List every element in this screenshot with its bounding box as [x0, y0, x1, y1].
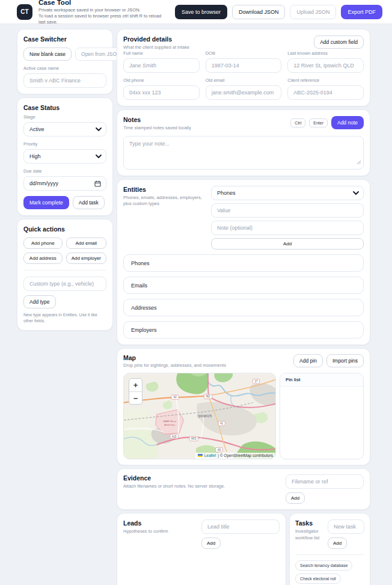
old-phone-label: Old phone	[123, 78, 200, 83]
download-json-button[interactable]: Download JSON	[232, 5, 286, 19]
mark-complete-button[interactable]: Mark complete	[23, 196, 69, 209]
due-date-value: dd/mm/yyyy	[29, 180, 58, 186]
task-add-button[interactable]: Add	[328, 538, 347, 549]
full-name-input[interactable]	[123, 58, 200, 73]
case-status-panel: Case Status Stage Active Priority High D	[17, 97, 113, 216]
quick-actions-panel: Quick actions Add phone Add email Add ad…	[17, 219, 113, 331]
svg-text:A5: A5	[218, 449, 221, 452]
header-actions: Save to browser Download JSON Upload JSO…	[175, 5, 382, 19]
save-to-browser-button[interactable]: Save to browser	[175, 5, 227, 19]
full-name-label: Full name	[123, 51, 200, 56]
app-logo: CT	[17, 4, 32, 20]
entity-group-phones: Phones	[123, 254, 364, 272]
note-textarea[interactable]	[123, 136, 364, 170]
upload-json-button[interactable]: Upload JSON	[290, 5, 336, 19]
evidence-filename-input[interactable]	[286, 474, 364, 489]
last-known-address-input[interactable]	[287, 58, 364, 73]
app-title: Case Tool	[38, 0, 169, 7]
old-email-input[interactable]	[206, 85, 282, 100]
new-blank-case-button[interactable]: New blank case	[23, 47, 72, 61]
tasks-subtitle: Investigator workflow list	[295, 528, 323, 541]
add-phone-button[interactable]: Add phone	[23, 237, 63, 249]
map-area-label-line2: Amberley	[164, 423, 176, 426]
map-tiles: RAAF Base Amberley	[124, 373, 275, 459]
road-shield-a2: A2	[171, 395, 179, 399]
lead-add-button[interactable]: Add	[201, 538, 221, 549]
ctrl-key-badge: Ctrl	[290, 118, 305, 127]
add-employer-button[interactable]: Add employer	[66, 253, 106, 264]
notes-subtitle: Time stamped notes saved locally	[123, 125, 191, 131]
custom-type-input[interactable]	[23, 277, 106, 291]
priority-select[interactable]: High	[23, 149, 106, 164]
zoom-out-button[interactable]: −	[129, 391, 142, 404]
leaflet-map[interactable]: RAAF Base Amberley	[123, 373, 276, 459]
content: Case Switcher New blank case Open from J…	[0, 24, 392, 585]
entity-type-select[interactable]: Phones	[211, 186, 364, 200]
calendar-icon[interactable]	[94, 180, 101, 187]
evidence-add-button[interactable]: Add	[286, 492, 305, 504]
stage-select[interactable]: Active	[23, 122, 106, 136]
app-subtitle-line1: Private workspace saved in your browser …	[38, 7, 169, 13]
entity-group-addresses: Addresses	[123, 299, 364, 316]
leads-panel: Leads Hypotheses to confirm Add	[117, 513, 286, 585]
add-task-button[interactable]: Add task	[73, 196, 105, 209]
road-shield-m2: M2	[204, 394, 212, 399]
add-pin-button[interactable]: Add pin	[293, 354, 323, 367]
road-shield-41: 41	[218, 421, 225, 426]
add-note-button[interactable]: Add note	[331, 116, 364, 129]
old-phone-input[interactable]	[123, 85, 200, 100]
header-titles: Case Tool Private workspace saved in you…	[38, 0, 169, 25]
app-subtitle-line2: To load a session saved to browser press…	[38, 13, 169, 25]
map-zoom-control: + −	[129, 378, 142, 405]
main-column: Provided details What the client supplie…	[117, 29, 370, 585]
map-subtitle: Drop pins for sightings, addresses, and …	[123, 363, 226, 369]
leads-title: Leads	[123, 519, 193, 527]
evidence-panel: Evidence Attach filenames or short notes…	[117, 468, 370, 510]
svg-text:M15: M15	[191, 438, 197, 441]
dob-input[interactable]	[206, 58, 282, 73]
road-shield-a5: A5	[215, 448, 222, 452]
enter-key-badge: Enter	[309, 118, 328, 127]
notes-panel: Notes Time stamped notes saved locally C…	[117, 109, 370, 176]
add-address-button[interactable]: Add address	[23, 253, 63, 264]
road-shield-17: 17	[253, 379, 259, 384]
lead-title-input[interactable]	[201, 519, 280, 534]
entity-group-emails: Emails	[123, 277, 364, 294]
old-email-label: Old email	[206, 78, 282, 83]
new-task-input[interactable]	[328, 519, 364, 534]
quick-actions-helper: New type appears in Entities. Use it lik…	[23, 312, 106, 324]
notes-title: Notes	[123, 116, 191, 123]
quick-actions-title: Quick actions	[23, 225, 106, 233]
entity-value-input[interactable]	[211, 203, 364, 218]
tasks-panel: Tasks Investigator workflow list Add Sea…	[289, 513, 370, 585]
add-email-button[interactable]: Add email	[66, 237, 106, 249]
due-date-label: Due date	[23, 168, 106, 174]
last-known-address-label: Last known address	[287, 51, 364, 56]
task-chip-search-tenancy-database[interactable]: Search tenancy database	[295, 560, 352, 571]
app-header: CT Case Tool Private workspace saved in …	[0, 0, 392, 24]
active-case-name-input[interactable]	[23, 73, 106, 88]
zoom-in-button[interactable]: +	[129, 379, 142, 391]
entity-group-employers: Employers	[123, 321, 364, 338]
due-date-input[interactable]: dd/mm/yyyy	[23, 176, 106, 191]
map-attribution: Leaflet | © OpenStreetMap contributors	[195, 453, 275, 459]
dob-label: DOB	[206, 51, 282, 56]
svg-text:A2: A2	[173, 396, 177, 399]
import-pins-button[interactable]: Import pins	[326, 354, 364, 367]
add-custom-field-button[interactable]: Add custom field	[314, 35, 364, 49]
task-chip-check-electoral-roll[interactable]: Check electoral roll	[295, 574, 341, 584]
evidence-subtitle: Attach filenames or short notes. No serv…	[123, 483, 277, 489]
leads-subtitle: Hypotheses to confirm	[123, 528, 193, 534]
entity-note-input[interactable]	[211, 221, 364, 235]
road-shield-a15: A15	[170, 435, 178, 439]
add-type-button[interactable]: Add type	[23, 295, 56, 308]
entities-panel: Entities Phones, emails, addresses, empl…	[117, 179, 370, 345]
task-suggestions: Search tenancy database Check electoral …	[295, 554, 364, 585]
leaflet-link[interactable]: Leaflet	[204, 453, 216, 458]
entity-add-button[interactable]: Add	[211, 238, 364, 250]
client-reference-input[interactable]	[287, 85, 364, 100]
road-shield-m15: M15	[189, 436, 198, 441]
priority-label: Priority	[23, 141, 106, 147]
export-pdf-button[interactable]: Export PDF	[341, 5, 382, 19]
case-switcher-panel: Case Switcher New blank case Open from J…	[17, 29, 113, 94]
